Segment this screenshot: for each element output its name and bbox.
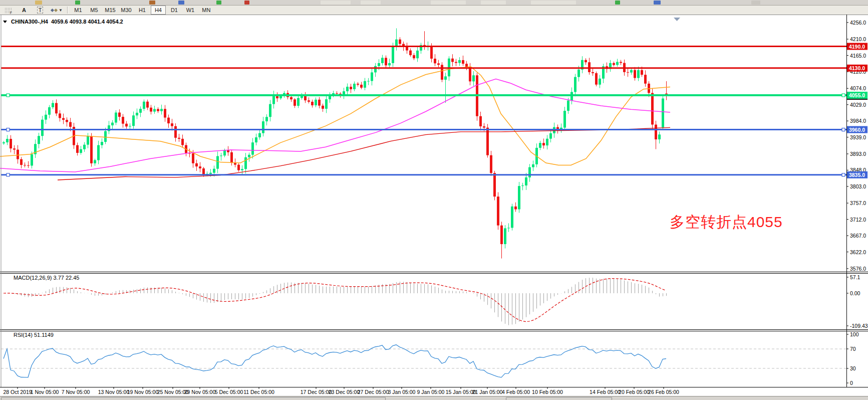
toolbar-icon-fragment: [216, 1, 221, 5]
svg-text:4074.0: 4074.0: [850, 85, 866, 91]
svg-text:3835.0: 3835.0: [849, 172, 865, 178]
rsi-value: 51.1149: [34, 332, 54, 338]
timeframe-button-m5[interactable]: M5: [87, 6, 102, 15]
statusbar-segment: [1, 397, 386, 400]
statusbar-segment: [506, 397, 612, 400]
toolbar-icon-fragment: [321, 1, 351, 5]
timeframe-button-d1[interactable]: D1: [167, 6, 182, 15]
line-handle[interactable]: [842, 128, 845, 131]
svg-text:3893.0: 3893.0: [850, 151, 866, 157]
svg-text:4130.0: 4130.0: [849, 65, 865, 71]
svg-text:3757.0: 3757.0: [850, 200, 866, 206]
text-object-icon: T: [37, 7, 44, 14]
svg-text:4055.0: 4055.0: [849, 92, 865, 98]
statusbar-strip: [0, 396, 868, 400]
rsi-indicator-label: RSI(14) 51.1149: [14, 332, 54, 338]
timeframe-button-mn[interactable]: MN: [199, 6, 214, 15]
svg-text:57.1: 57.1: [850, 274, 860, 280]
macd-indicator-label: MACD(12,26,9) 3.77 22.45: [14, 275, 79, 281]
svg-text:5 Dec 05:00: 5 Dec 05:00: [215, 389, 243, 395]
timeframe-button-h4[interactable]: H4: [151, 6, 166, 15]
svg-text:23 Dec 05:00: 23 Dec 05:00: [329, 389, 360, 395]
chart-symbol-timeframe: CHINA300-,H4: [11, 19, 48, 25]
line-handle[interactable]: [7, 128, 10, 131]
toolbar-icon-fragment: [431, 1, 466, 5]
chart-title: CHINA300-,H4 4059.6 4093.8 4041.4 4054.2: [3, 19, 123, 25]
svg-text:3 Jan 05:00: 3 Jan 05:00: [388, 389, 416, 395]
svg-text:15 Jan 05:00: 15 Jan 05:00: [446, 389, 476, 395]
chart-window[interactable]: 4256.04210.04165.04120.04074.04029.03984…: [0, 15, 868, 400]
svg-text:3667.0: 3667.0: [850, 233, 866, 239]
toolbar-icon-fragment: [75, 1, 80, 5]
timeframe-button-w1[interactable]: W1: [183, 6, 198, 15]
toolbar-icon-fragment: [654, 1, 661, 5]
svg-text:26 Feb 05:00: 26 Feb 05:00: [648, 389, 679, 395]
svg-text:100: 100: [850, 331, 859, 337]
svg-text:7 Nov 05:00: 7 Nov 05:00: [62, 389, 90, 395]
timeframe-button-m15[interactable]: M15: [103, 6, 118, 15]
svg-text:4256.0: 4256.0: [850, 20, 866, 26]
svg-text:4 Feb 05:00: 4 Feb 05:00: [502, 389, 530, 395]
svg-text:0: 0: [850, 380, 853, 386]
chart-ohlc-values: 4059.6 4093.8 4041.4 4054.2: [51, 19, 123, 25]
line-handle[interactable]: [842, 173, 845, 176]
toolbar-icon-fragment: [178, 1, 184, 5]
svg-text:11 Dec 05:00: 11 Dec 05:00: [243, 389, 274, 395]
svg-text:21 Jan 05:00: 21 Jan 05:00: [472, 389, 503, 395]
svg-text:4165.0: 4165.0: [850, 53, 866, 59]
svg-text:4029.0: 4029.0: [850, 102, 866, 108]
svg-text:10 Feb 05:00: 10 Feb 05:00: [532, 389, 563, 395]
text-label-button[interactable]: A: [17, 6, 32, 15]
macd-values: 3.77 22.45: [53, 275, 79, 281]
svg-text:3622.0: 3622.0: [850, 249, 866, 255]
toolbar-icon-fragment: [481, 1, 506, 5]
toolbar-icon-fragment: [361, 1, 381, 5]
svg-text:17 Dec 05:00: 17 Dec 05:00: [301, 389, 332, 395]
timeframe-button-m30[interactable]: M30: [119, 6, 134, 15]
grid-icon: F: [5, 8, 12, 13]
price-chart-canvas[interactable]: 4256.04210.04165.04120.04074.04029.03984…: [0, 15, 868, 400]
svg-text:1 Nov 05:00: 1 Nov 05:00: [31, 389, 59, 395]
shapes-dropdown-button[interactable]: ▼: [49, 6, 65, 15]
svg-text:27 Dec 05:00: 27 Dec 05:00: [358, 389, 389, 395]
svg-text:19 Nov 05:00: 19 Nov 05:00: [127, 389, 159, 395]
macd-name: MACD(12,26,9): [14, 275, 52, 281]
svg-text:0.00: 0.00: [850, 290, 860, 296]
chart-toolbar: F A T ▼ M1M5M15M30H1H4D1W1MN: [0, 6, 868, 15]
timeframe-group: M1M5M15M30H1H4D1W1MN: [70, 6, 214, 15]
svg-text:4190.0: 4190.0: [849, 44, 865, 50]
line-handle[interactable]: [842, 94, 845, 97]
symbol-dropdown-icon[interactable]: [3, 21, 7, 23]
chevron-down-icon: ▼: [59, 8, 63, 13]
svg-text:-109.43: -109.43: [850, 323, 868, 329]
svg-text:13 Nov 05:00: 13 Nov 05:00: [98, 389, 130, 395]
svg-text:4210.0: 4210.0: [850, 36, 866, 42]
shapes-icon: [54, 8, 58, 12]
svg-text:29 Nov 05:00: 29 Nov 05:00: [184, 389, 216, 395]
toolbar-icon-fragment: [531, 1, 576, 5]
toolbar-icon-fragment: [149, 1, 155, 5]
crosshair-grid-icon[interactable]: F: [1, 6, 16, 15]
svg-text:3984.0: 3984.0: [850, 118, 866, 124]
svg-text:3939.0: 3939.0: [850, 134, 866, 140]
svg-text:70: 70: [850, 346, 856, 352]
toolbar-icon-fragment: [751, 1, 760, 5]
timeframe-button-m1[interactable]: M1: [71, 6, 86, 15]
line-handle[interactable]: [7, 94, 10, 97]
svg-text:3803.0: 3803.0: [850, 183, 866, 189]
svg-text:3960.0: 3960.0: [849, 127, 865, 133]
svg-text:14 Feb 05:00: 14 Feb 05:00: [590, 389, 621, 395]
toolbar-icon-fragment: [35, 1, 42, 5]
svg-text:20 Feb 05:00: 20 Feb 05:00: [619, 389, 650, 395]
toolbar-separator: [67, 7, 68, 14]
text-object-button[interactable]: T: [33, 6, 48, 15]
svg-text:9 Jan 05:00: 9 Jan 05:00: [417, 389, 445, 395]
line-handle[interactable]: [7, 173, 10, 176]
rsi-name: RSI(14): [14, 332, 33, 338]
svg-text:30: 30: [850, 365, 856, 371]
timeframe-button-h1[interactable]: H1: [135, 6, 150, 15]
toolbar-icon-fragment: [244, 1, 249, 5]
cutoff-toolbar-strip[interactable]: [0, 0, 868, 6]
toolbar-icon-fragment: [615, 1, 620, 5]
chart-annotation-text: 多空转折点4055: [670, 212, 783, 233]
